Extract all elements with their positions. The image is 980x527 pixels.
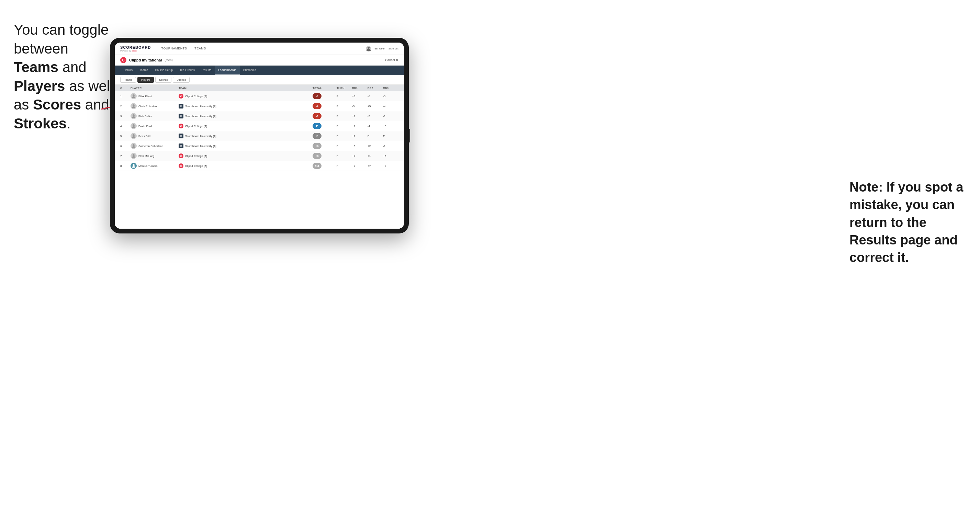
player-avatar xyxy=(130,93,137,99)
left-annotation: You can toggle between Teams and Players… xyxy=(14,21,113,133)
thru: F xyxy=(337,154,352,157)
svg-point-2 xyxy=(133,94,135,97)
thru: F xyxy=(337,144,352,148)
tournament-c-logo: C xyxy=(120,57,126,63)
tab-teams[interactable]: Teams xyxy=(136,65,151,75)
player-avatar xyxy=(130,143,137,149)
tab-details[interactable]: Details xyxy=(120,65,136,75)
total-score: -8 xyxy=(313,93,337,99)
rd2: -6 xyxy=(368,95,383,98)
table-row: 8 Marcus Turners C Clippd College [A] +1… xyxy=(115,161,404,171)
team-name: Clippd College [A] xyxy=(185,95,207,98)
svg-point-4 xyxy=(133,114,135,116)
rank: 1 xyxy=(120,95,130,98)
rd3: +2 xyxy=(383,165,398,168)
cancel-button[interactable]: Cancel ✕ xyxy=(385,58,398,62)
logo-title: SCOREBOARD xyxy=(120,46,151,49)
col-thru: THRU xyxy=(337,87,352,90)
logo-sub: Powered by clippd xyxy=(120,50,151,52)
col-rd3: RD3 xyxy=(383,87,398,90)
rd1: +2 xyxy=(352,165,368,168)
team-cell: SB Scoreboard University [A] xyxy=(179,133,240,138)
tablet-screen: SCOREBOARD Powered by clippd TOURNAMENTS… xyxy=(115,43,404,229)
team-cell: C Clippd College [A] xyxy=(179,124,240,129)
rank: 7 xyxy=(120,154,130,157)
player-name: Marcus Turners xyxy=(138,165,158,168)
team-logo: C xyxy=(179,154,183,158)
table-row: 5 Rees Britt SB Scoreboard University [A… xyxy=(115,131,404,141)
tab-tee-groups[interactable]: Tee Groups xyxy=(176,65,198,75)
tab-printables[interactable]: Printables xyxy=(240,65,260,75)
player-name: Cameron Robertson xyxy=(138,144,163,148)
svg-point-9 xyxy=(133,164,135,166)
rd2: -4 xyxy=(368,125,383,128)
sub-tab-scores[interactable]: Scores xyxy=(155,77,172,83)
rank: 6 xyxy=(120,144,130,148)
tabs-bar: Details Teams Course Setup Tee Groups Re… xyxy=(115,65,404,75)
nav-tournaments[interactable]: TOURNAMENTS xyxy=(158,44,190,54)
tablet-side-button xyxy=(409,129,410,143)
nav-links: TOURNAMENTS TEAMS xyxy=(158,44,366,54)
tournament-header: C Clippd Invitational (Men) Cancel ✕ xyxy=(115,55,404,65)
svg-point-7 xyxy=(133,144,135,146)
rd1: +1 xyxy=(352,135,368,138)
player-name-cell: Elliot Ebert xyxy=(130,93,179,99)
team-cell: SB Scoreboard University [A] xyxy=(179,104,240,108)
leaderboard-table: # PLAYER TEAM TOTAL THRU RD1 RD2 RD3 1 E… xyxy=(115,85,404,229)
total-score: +11 xyxy=(313,163,337,169)
rd3: -1 xyxy=(383,144,398,148)
sub-tab-strokes[interactable]: Strokes xyxy=(173,77,189,83)
rd3: +6 xyxy=(383,154,398,157)
team-logo: SB xyxy=(179,143,183,148)
col-team: TEAM xyxy=(179,87,240,90)
sub-tabs: Teams Players Scores Strokes xyxy=(115,75,404,85)
player-name: Chris Robertson xyxy=(138,105,158,108)
player-name-cell: Marcus Turners xyxy=(130,163,179,169)
nav-teams[interactable]: TEAMS xyxy=(191,44,210,54)
svg-point-1 xyxy=(368,47,370,49)
rd2: -2 xyxy=(368,115,383,118)
team-cell: C Clippd College [A] xyxy=(179,94,240,98)
rd3: +3 xyxy=(383,125,398,128)
rd3: -4 xyxy=(383,105,398,108)
team-name: Scoreboard University [A] xyxy=(185,115,216,118)
player-name-cell: Blair McHarg xyxy=(130,153,179,159)
sub-tab-players[interactable]: Players xyxy=(137,77,154,83)
sub-tab-teams[interactable]: Teams xyxy=(120,77,136,83)
rank: 2 xyxy=(120,105,130,108)
sign-out-link[interactable]: Sign out xyxy=(388,47,398,50)
team-logo: C xyxy=(179,163,183,168)
rd1: +2 xyxy=(352,154,368,157)
total-score: +1 xyxy=(313,133,337,139)
user-icon xyxy=(366,46,371,51)
rd2: E xyxy=(368,135,383,138)
rd2: +7 xyxy=(368,165,383,168)
team-name: Clippd College [A] xyxy=(185,154,207,157)
rd1: +3 xyxy=(352,95,368,98)
svg-point-8 xyxy=(133,154,135,156)
tab-results[interactable]: Results xyxy=(198,65,215,75)
svg-point-5 xyxy=(133,124,135,126)
player-avatar xyxy=(130,163,137,169)
player-avatar xyxy=(130,103,137,109)
player-name: David Ford xyxy=(138,125,152,128)
player-avatar xyxy=(130,123,137,129)
col-rd2: RD2 xyxy=(368,87,383,90)
tab-leaderboards[interactable]: Leaderboards xyxy=(215,65,239,75)
team-logo: C xyxy=(179,124,183,129)
player-avatar xyxy=(130,153,137,159)
rank: 3 xyxy=(120,115,130,118)
rd3: -5 xyxy=(383,95,398,98)
thru: F xyxy=(337,125,352,128)
rd1: -5 xyxy=(352,105,368,108)
tab-course-setup[interactable]: Course Setup xyxy=(151,65,176,75)
player-avatar xyxy=(130,113,137,119)
svg-point-6 xyxy=(133,134,135,136)
team-cell: SB Scoreboard University [A] xyxy=(179,114,240,119)
scoreboard-logo: SCOREBOARD Powered by clippd xyxy=(120,46,151,52)
player-name: Blair McHarg xyxy=(138,154,154,157)
user-name: Test User | xyxy=(373,47,387,50)
table-row: 4 David Ford C Clippd College [A] E F +1… xyxy=(115,121,404,131)
table-row: 1 Elliot Ebert C Clippd College [A] -8 F… xyxy=(115,91,404,101)
table-row: 7 Blair McHarg C Clippd College [A] +8 F… xyxy=(115,151,404,161)
